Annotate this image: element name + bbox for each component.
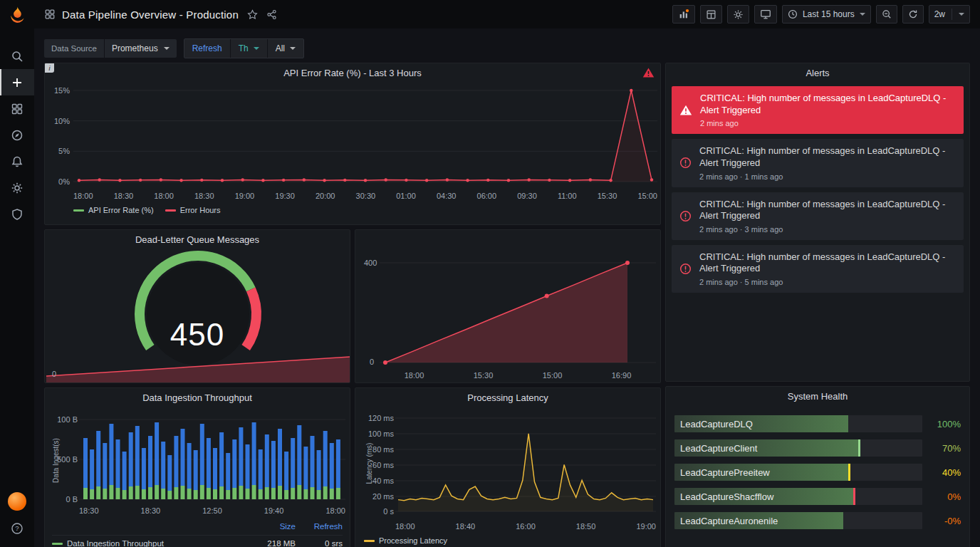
- panel-system-health: System Health LeadCaptureDLQ100%LeadCapt…: [665, 386, 970, 547]
- ingestion-bar-chart[interactable]: [79, 414, 345, 505]
- chevron-down-icon: [290, 47, 296, 50]
- refresh-link[interactable]: Refresh: [184, 39, 230, 58]
- bar-chart-icon: [678, 9, 689, 20]
- axis-tick: 18:00: [395, 522, 415, 531]
- monitor-icon: [760, 9, 771, 20]
- axis-tick: 01:00: [396, 192, 416, 200]
- sidebar-item-explore[interactable]: [0, 122, 34, 148]
- save-dashboard-button[interactable]: [700, 5, 722, 24]
- health-bar: LeadCaptureShacfflow: [674, 488, 922, 505]
- health-rows: LeadCaptureDLQ100%LeadCaptureClient70%Le…: [666, 405, 969, 529]
- sidebar-item-search[interactable]: [0, 43, 34, 69]
- dashboard-settings-button[interactable]: [727, 5, 749, 24]
- axis-tick: 18:30: [114, 192, 134, 200]
- latency-line-chart[interactable]: [395, 414, 656, 518]
- shield-icon: [11, 208, 24, 221]
- axis-tick: 18:00: [73, 192, 93, 200]
- dlq-growth-chart[interactable]: [380, 256, 656, 370]
- help-icon: ?: [11, 522, 24, 535]
- axis-tick: 15:30: [474, 371, 494, 380]
- alert-timestamp: 2 mins ago · 3 mins ago: [699, 225, 956, 234]
- share-icon[interactable]: [266, 9, 277, 20]
- health-row[interactable]: LeadCaptureClient70%: [674, 439, 961, 457]
- axis-tick: 10%: [54, 117, 70, 125]
- alert-item[interactable]: CRITICAL: High number of messages in Lea…: [672, 139, 964, 187]
- panel-alerts: Alerts CRITICAL: High number of messages…: [665, 63, 970, 382]
- sidebar-item-dashboards[interactable]: [0, 95, 34, 122]
- axis-tick: 80 ms: [372, 445, 394, 454]
- axis-tick: 06:00: [477, 192, 497, 200]
- alert-triangle-icon: [679, 104, 692, 116]
- panel-title-system-health[interactable]: System Health: [666, 387, 969, 405]
- time-range-picker[interactable]: Last 15 hours: [782, 5, 871, 24]
- y-axis: 120 ms100 ms80 ms60 ms40 ms20 ms0 s: [364, 414, 394, 518]
- datasource-value: Prometheus: [112, 43, 158, 53]
- gear-icon: [733, 9, 744, 20]
- api-error-rate-chart[interactable]: [73, 82, 657, 190]
- legend-col-refresh[interactable]: Refresh: [296, 522, 343, 531]
- health-row[interactable]: LeadCaptureAuronenile-0%: [674, 512, 961, 529]
- health-percentage: 40%: [929, 467, 961, 478]
- health-row[interactable]: LeadCaptureShacfflow0%: [674, 488, 961, 505]
- add-panel-button[interactable]: [672, 5, 695, 24]
- panel-title-api-error[interactable]: API Error Rate (%) - Last 3 Hours: [45, 63, 660, 82]
- legend-series[interactable]: Data Ingestion Throughput: [52, 539, 249, 547]
- axis-tick: 120 ms: [368, 414, 394, 422]
- dashboard-header: Data Pipeline Overview - Production Last…: [34, 0, 980, 28]
- panel-title-ingestion[interactable]: Data Ingestion Throughput: [45, 388, 350, 407]
- chart-legend[interactable]: Processing Latency: [364, 536, 447, 545]
- service-name: LeadCaptureDLQ: [680, 419, 753, 429]
- user-avatar[interactable]: [8, 492, 26, 511]
- axis-tick: 18:00: [325, 506, 345, 515]
- health-row[interactable]: LeadCapturePreeitew40%: [674, 464, 961, 481]
- sidebar-item-help[interactable]: ?: [0, 515, 34, 541]
- sidebar-item-create[interactable]: [0, 69, 34, 95]
- axis-tick: 19:00: [235, 192, 255, 200]
- svg-text:?: ?: [15, 524, 19, 532]
- refresh-button[interactable]: [902, 5, 924, 24]
- chart-legend: API Error Rate (%)Error Hours: [73, 206, 660, 214]
- health-row[interactable]: LeadCaptureDLQ100%: [674, 415, 961, 432]
- dashboard-toolbar: Data Source Prometheus Refresh Th All: [44, 38, 304, 58]
- legend-col-size[interactable]: Size: [249, 522, 296, 531]
- panel-info-corner[interactable]: i: [45, 63, 54, 73]
- chevron-down-icon: [860, 13, 865, 16]
- alert-circle-icon: [679, 263, 692, 275]
- alert-item[interactable]: CRITICAL: High number of messages in Lea…: [672, 245, 964, 293]
- alert-text: CRITICAL: High number of messages in Lea…: [700, 93, 956, 116]
- legend-item[interactable]: API Error Rate (%): [73, 206, 154, 214]
- alert-text: CRITICAL: High number of messages in Lea…: [699, 199, 956, 222]
- axis-tick: 18:30: [79, 506, 99, 515]
- axis-tick: 5%: [58, 147, 70, 155]
- datasource-label: Data Source: [44, 39, 104, 58]
- alert-item[interactable]: CRITICAL: High number of messages in Lea…: [672, 192, 964, 240]
- health-bar: LeadCaptureClient: [674, 439, 922, 457]
- panel-data-ingestion: Data Ingestion Throughput Data Ingest(s)…: [44, 387, 350, 547]
- axis-tick: 15:30: [598, 192, 617, 200]
- y-axis: 15%10%5%0%: [48, 82, 73, 190]
- refresh-interval-picker[interactable]: 2w: [929, 5, 970, 24]
- alert-text: CRITICAL: High number of messages in Lea…: [699, 145, 956, 169]
- sidebar-item-configuration[interactable]: [0, 174, 34, 201]
- sidebar-item-alerting[interactable]: [0, 148, 34, 174]
- legend-item[interactable]: Error Hours: [165, 206, 221, 214]
- tv-mode-button[interactable]: [754, 5, 777, 24]
- axis-tick: 60 ms: [372, 461, 394, 469]
- panel-title-alerts[interactable]: Alerts: [666, 63, 969, 82]
- th-variable-select[interactable]: Th: [230, 39, 267, 58]
- zoom-out-button[interactable]: [876, 5, 897, 24]
- all-variable-select[interactable]: All: [267, 39, 303, 58]
- grafana-logo[interactable]: [8, 6, 27, 27]
- datasource-select[interactable]: Prometheus: [105, 39, 177, 58]
- alert-item[interactable]: CRITICAL: High number of messages in Lea…: [672, 86, 964, 134]
- series-color-swatch: [364, 540, 375, 542]
- alerts-list: CRITICAL: High number of messages in Lea…: [666, 82, 969, 302]
- panel-title-latency[interactable]: Processing Latency: [355, 388, 660, 407]
- panel-title-dlq-growth[interactable]: [355, 230, 660, 249]
- service-name: LeadCaptureShacfflow: [680, 491, 773, 502]
- star-icon[interactable]: [247, 9, 258, 20]
- panel-title-dlq-gauge[interactable]: Dead-Letter Queue Messages: [45, 230, 350, 249]
- sidebar-item-server-admin[interactable]: [0, 201, 34, 227]
- axis-tick: 20:00: [316, 192, 335, 200]
- gauge-value: 450: [45, 317, 350, 353]
